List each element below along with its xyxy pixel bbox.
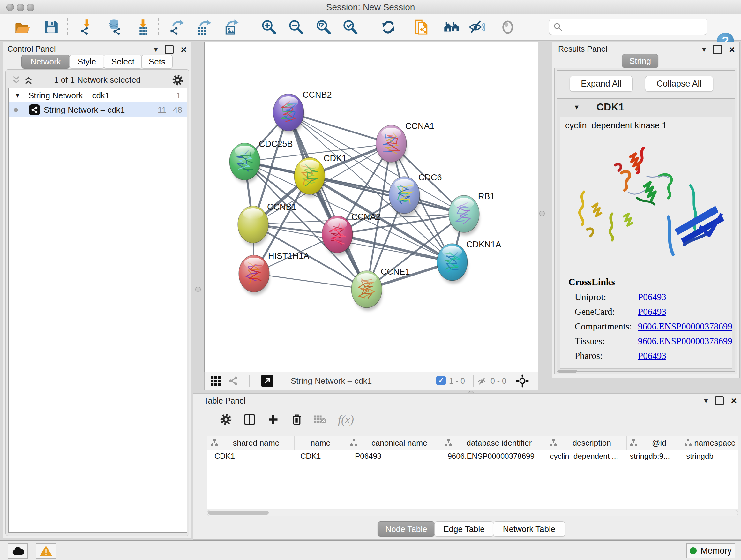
delete-table-button[interactable] bbox=[312, 411, 329, 428]
network-node-CDC6[interactable] bbox=[389, 177, 420, 216]
gene-section-header[interactable]: ▾ CDK1 bbox=[557, 99, 735, 117]
collapse-panel-icon[interactable]: ▾ bbox=[154, 46, 158, 53]
collapse-panel-icon[interactable]: ▾ bbox=[704, 397, 708, 405]
network-node-CDK1[interactable] bbox=[294, 158, 325, 197]
hierarchy-icon bbox=[211, 439, 218, 447]
memory-button[interactable]: Memory bbox=[686, 543, 735, 558]
tab-network[interactable]: Network bbox=[21, 55, 70, 69]
tab-style[interactable]: Style bbox=[69, 55, 105, 69]
import-network-from-file-button[interactable] bbox=[77, 17, 96, 37]
network-node-CDKN1A[interactable] bbox=[437, 244, 468, 284]
import-network-icon bbox=[78, 19, 95, 36]
network-node-CCNB2[interactable] bbox=[273, 94, 304, 134]
network-tree-child-row[interactable]: String Network – cdk1 11 48 bbox=[9, 103, 187, 117]
node-label-CDK1: CDK1 bbox=[324, 153, 347, 163]
section-collapse-icon[interactable]: ▾ bbox=[575, 103, 579, 111]
results-panel: Results Panel ▾ × String Expand All Coll… bbox=[552, 42, 740, 378]
hidden-eye-slash-icon[interactable] bbox=[478, 376, 487, 386]
column-header-at-id[interactable]: @id bbox=[627, 436, 681, 449]
create-column-button[interactable] bbox=[265, 411, 282, 428]
tab-select[interactable]: Select bbox=[104, 55, 142, 69]
export-table-button[interactable] bbox=[194, 17, 213, 37]
float-panel-icon[interactable] bbox=[715, 396, 724, 405]
crosslink-label: Tissues: bbox=[575, 336, 605, 347]
network-node-CCNE1[interactable] bbox=[351, 271, 382, 311]
tab-network-table[interactable]: Network Table bbox=[493, 521, 565, 537]
show-columns-button[interactable] bbox=[241, 411, 258, 428]
hide-selected-button[interactable] bbox=[467, 17, 486, 37]
results-scrollbar[interactable] bbox=[558, 370, 577, 373]
float-panel-icon[interactable] bbox=[165, 45, 174, 54]
network-node-CCNA2[interactable] bbox=[322, 216, 353, 256]
cloud-services-button[interactable] bbox=[8, 543, 28, 559]
network-options-gear-icon[interactable] bbox=[172, 75, 183, 85]
tab-edge-table[interactable]: Edge Table bbox=[434, 521, 494, 537]
open-session-button[interactable] bbox=[13, 17, 32, 37]
right-splitter-handle[interactable] bbox=[539, 211, 545, 216]
close-panel-icon[interactable]: × bbox=[731, 395, 737, 406]
zoom-in-button[interactable] bbox=[259, 17, 279, 37]
column-header-description[interactable]: description bbox=[546, 436, 627, 449]
float-panel-icon[interactable] bbox=[713, 45, 722, 54]
zoom-out-button[interactable] bbox=[286, 17, 306, 37]
table-horizontal-scrollbar[interactable] bbox=[207, 510, 738, 516]
duplicate-network-button[interactable] bbox=[412, 17, 431, 37]
tab-sets[interactable]: Sets bbox=[141, 55, 173, 69]
close-panel-icon[interactable]: × bbox=[729, 44, 735, 55]
crosslink-link[interactable]: P06493 bbox=[638, 307, 666, 317]
close-panel-icon[interactable]: × bbox=[181, 44, 187, 55]
crosslink-link[interactable]: P06493 bbox=[638, 292, 666, 302]
tab-node-table[interactable]: Node Table bbox=[378, 521, 435, 537]
tree-expand-icon[interactable]: ▾ bbox=[16, 91, 19, 100]
node-gloss bbox=[279, 97, 298, 107]
network-canvas[interactable]: CCNB2CCNA1CDC25BCDK1CDC6RB1CCNB1CCNA2CDK… bbox=[204, 42, 538, 372]
network-node-RB1[interactable] bbox=[449, 195, 479, 235]
crosslink-link[interactable]: P06493 bbox=[638, 351, 666, 361]
crosslink-link[interactable]: 9606.ENSP00000378699 bbox=[638, 336, 732, 347]
delete-column-button[interactable] bbox=[288, 411, 306, 428]
save-session-button[interactable] bbox=[42, 17, 61, 37]
collapse-panel-icon[interactable]: ▾ bbox=[702, 46, 706, 53]
network-node-CDC25B[interactable] bbox=[229, 143, 260, 183]
column-header-canonical-name[interactable]: canonical name bbox=[347, 436, 441, 449]
column-header-database-identifier[interactable]: database identifier bbox=[441, 436, 546, 449]
column-header-name[interactable]: name bbox=[294, 436, 347, 449]
edge-CCNB2-CCNA1[interactable] bbox=[288, 112, 391, 144]
function-builder-button[interactable]: f(x) bbox=[337, 411, 354, 428]
apply-layout-button[interactable] bbox=[379, 17, 398, 37]
export-network-button[interactable] bbox=[167, 17, 186, 37]
network-overview-icon[interactable] bbox=[228, 376, 239, 386]
warnings-button[interactable] bbox=[36, 543, 56, 559]
network-tree-root-row[interactable]: ▾ String Network – cdk1 1 bbox=[9, 88, 187, 103]
edge-CCNB2-CCNE1[interactable] bbox=[288, 112, 367, 289]
export-image-button[interactable] bbox=[222, 17, 241, 37]
table-row[interactable]: CDK1 CDK1 P06493 9606.ENSP00000378699 cy… bbox=[207, 450, 738, 462]
detach-view-button[interactable] bbox=[261, 374, 273, 387]
grid-view-icon[interactable] bbox=[211, 376, 220, 386]
tab-string[interactable]: String bbox=[622, 54, 658, 68]
search-input[interactable] bbox=[565, 20, 707, 34]
network-node-CCNB1[interactable] bbox=[238, 206, 268, 246]
birds-eye-crosshair-icon[interactable] bbox=[516, 374, 529, 388]
column-header-namespace[interactable]: namespace bbox=[681, 436, 738, 449]
network-node-CCNA1[interactable] bbox=[376, 125, 407, 165]
zoom-selected-button[interactable] bbox=[341, 17, 360, 37]
network-node-HIST1H1A[interactable] bbox=[239, 255, 269, 295]
edge-CCNE1-HIST1H1A[interactable] bbox=[254, 273, 367, 289]
left-splitter-handle[interactable] bbox=[195, 287, 201, 292]
zoom-fit-button[interactable] bbox=[314, 17, 333, 37]
scrollbar-thumb[interactable] bbox=[208, 511, 269, 515]
import-network-from-database-button[interactable] bbox=[105, 17, 124, 37]
show-all-button[interactable] bbox=[498, 17, 517, 37]
column-header-shared-name[interactable]: shared name bbox=[207, 436, 294, 449]
toolbar-search-field[interactable] bbox=[549, 18, 707, 35]
crosslink-link[interactable]: 9606.ENSP00000378699 bbox=[638, 321, 732, 332]
import-table-from-file-button[interactable] bbox=[133, 17, 152, 37]
first-neighbors-button[interactable] bbox=[443, 17, 462, 37]
table-options-button[interactable] bbox=[217, 411, 234, 428]
collapse-all-button[interactable]: Collapse All bbox=[645, 76, 713, 91]
network-graph[interactable]: CCNB2CCNA1CDC25BCDK1CDC6RB1CCNB1CCNA2CDK… bbox=[205, 42, 538, 372]
selected-nodes-checkbox[interactable]: ✓ bbox=[436, 376, 446, 385]
node-label-CCNA2: CCNA2 bbox=[351, 212, 381, 222]
expand-all-button[interactable]: Expand All bbox=[569, 76, 633, 91]
